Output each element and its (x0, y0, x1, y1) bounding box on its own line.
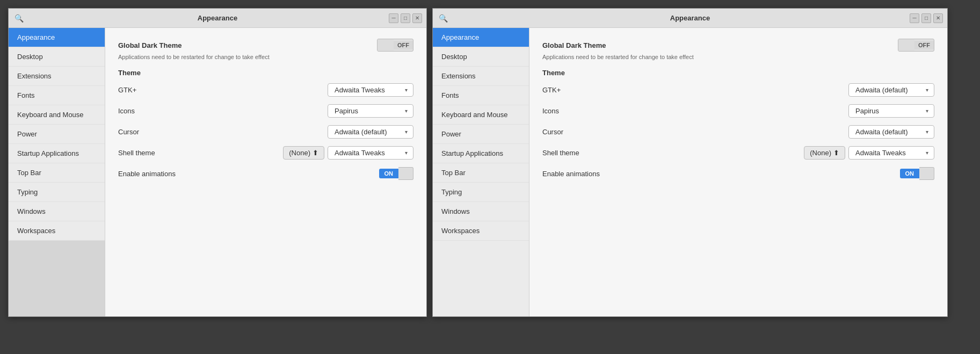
title-bar-right: 🔍 Appearance ─ □ ✕ (433, 9, 947, 28)
window-body-left: Appearance Desktop Extensions Fonts Keyb… (9, 28, 426, 316)
window-left: 🔍 Appearance ─ □ ✕ Appearance Desktop Ex… (8, 8, 427, 317)
window-controls-right: ─ □ ✕ (910, 13, 943, 23)
maximize-button-left[interactable]: □ (401, 13, 410, 23)
enable-animations-label-right: Enable animations (542, 170, 600, 178)
enable-animations-toggle-left[interactable]: ON (379, 167, 414, 180)
shell-none-btn-left[interactable]: (None) ⬆ (283, 146, 324, 160)
gtk-dropdown-right[interactable]: Adwaita (default) ▾ (848, 83, 934, 97)
sidebar-right: Appearance Desktop Extensions Fonts Keyb… (433, 28, 529, 316)
cursor-value-right: Adwaita (default) (855, 128, 908, 136)
sidebar-item-appearance-left[interactable]: Appearance (9, 28, 105, 47)
content-right: Global Dark Theme OFF Applications need … (529, 28, 947, 316)
theme-section-right: Theme (542, 69, 934, 77)
icons-arrow-left: ▾ (405, 108, 408, 114)
gtk-value-left: Adwaita Tweaks (335, 86, 385, 94)
gtk-arrow-right: ▾ (926, 87, 928, 93)
close-button-right[interactable]: ✕ (933, 13, 943, 23)
sidebar-item-typing-left[interactable]: Typing (9, 183, 105, 202)
cursor-label-right: Cursor (542, 128, 563, 136)
window-controls-left: ─ □ ✕ (389, 13, 422, 23)
toggle-on-track-right (919, 167, 934, 180)
icons-value-left: Papirus (335, 107, 358, 115)
global-dark-theme-label-left: Global Dark Theme (118, 41, 182, 49)
gtk-arrow-left: ▾ (405, 87, 408, 93)
gtk-dropdown-left[interactable]: Adwaita Tweaks ▾ (328, 83, 413, 97)
enable-animations-row-right: Enable animations ON (542, 167, 934, 180)
search-icon-right[interactable]: 🔍 (437, 12, 449, 24)
minimize-button-left[interactable]: ─ (389, 13, 398, 23)
toggle-on-label-right: ON (900, 169, 920, 178)
sidebar-item-extensions-right[interactable]: Extensions (433, 67, 529, 86)
sidebar-item-keyboard-left[interactable]: Keyboard and Mouse (9, 105, 105, 125)
shell-value-right: Adwaita Tweaks (855, 149, 906, 157)
gtk-value-right: Adwaita (default) (855, 86, 908, 94)
sidebar-item-appearance-right[interactable]: Appearance (433, 28, 529, 47)
shell-theme-row-left: Shell theme (None) ⬆ Adwaita Tweaks ▾ (118, 146, 413, 160)
sidebar-item-typing-right[interactable]: Typing (433, 183, 529, 202)
shell-value-left: Adwaita Tweaks (335, 149, 385, 157)
global-dark-theme-label-right: Global Dark Theme (542, 41, 606, 49)
shell-dropdown-left[interactable]: Adwaita Tweaks ▾ (328, 146, 413, 160)
gtk-label-left: GTK+ (118, 86, 136, 94)
sidebar-item-fonts-right[interactable]: Fonts (433, 86, 529, 105)
cursor-value-left: Adwaita (default) (335, 128, 387, 136)
cursor-arrow-right: ▾ (926, 129, 928, 135)
close-button-left[interactable]: ✕ (412, 13, 422, 23)
gtk-row-left: GTK+ Adwaita Tweaks ▾ (118, 83, 413, 97)
window-body-right: Appearance Desktop Extensions Fonts Keyb… (433, 28, 947, 316)
sidebar-item-windows-left[interactable]: Windows (9, 202, 105, 221)
toggle-off-label-left: OFF (394, 41, 413, 49)
shell-theme-row-right: Shell theme (None) ⬆ Adwaita Tweaks ▾ (542, 146, 934, 160)
title-bar-left: 🔍 Appearance ─ □ ✕ (9, 9, 426, 28)
sidebar-item-workspaces-right[interactable]: Workspaces (433, 221, 529, 241)
enable-animations-toggle-right[interactable]: ON (900, 167, 935, 180)
shell-theme-label-left: Shell theme (118, 149, 155, 157)
sidebar-item-desktop-right[interactable]: Desktop (433, 47, 529, 67)
shell-arrow-left: ▾ (405, 150, 408, 156)
sidebar-item-topbar-left[interactable]: Top Bar (9, 163, 105, 183)
icons-row-right: Icons Papirus ▾ (542, 104, 934, 118)
window-right: 🔍 Appearance ─ □ ✕ Appearance Desktop Ex… (432, 8, 948, 317)
shell-dropdown-right[interactable]: Adwaita Tweaks ▾ (848, 146, 934, 160)
icons-label-right: Icons (542, 107, 559, 115)
cursor-row-right: Cursor Adwaita (default) ▾ (542, 125, 934, 139)
sidebar-footer-left (9, 241, 105, 316)
sidebar-item-extensions-left[interactable]: Extensions (9, 67, 105, 86)
icons-row-left: Icons Papirus ▾ (118, 104, 413, 118)
maximize-button-right[interactable]: □ (921, 13, 931, 23)
shell-none-btn-right[interactable]: (None) ⬆ (804, 146, 845, 160)
sidebar-item-topbar-right[interactable]: Top Bar (433, 163, 529, 183)
toggle-track-left (378, 39, 394, 51)
sidebar-item-keyboard-right[interactable]: Keyboard and Mouse (433, 105, 529, 125)
shell-theme-label-right: Shell theme (542, 149, 579, 157)
sidebar-left: Appearance Desktop Extensions Fonts Keyb… (9, 28, 105, 316)
minimize-button-right[interactable]: ─ (910, 13, 919, 23)
icons-dropdown-right[interactable]: Papirus ▾ (848, 104, 934, 118)
sidebar-item-desktop-left[interactable]: Desktop (9, 47, 105, 67)
gtk-label-right: GTK+ (542, 86, 561, 94)
sidebar-item-startup-right[interactable]: Startup Applications (433, 144, 529, 163)
global-dark-theme-row-right: Global Dark Theme OFF (542, 39, 934, 52)
sidebar-item-fonts-left[interactable]: Fonts (9, 86, 105, 105)
global-dark-theme-toggle-right[interactable]: OFF (898, 39, 934, 52)
icons-label-left: Icons (118, 107, 135, 115)
title-right: Appearance (670, 14, 710, 22)
sidebar-item-power-right[interactable]: Power (433, 125, 529, 144)
shell-arrow-right: ▾ (926, 150, 928, 156)
cursor-dropdown-right[interactable]: Adwaita (default) ▾ (848, 125, 934, 139)
search-icon-left[interactable]: 🔍 (13, 12, 25, 24)
icons-arrow-right: ▾ (926, 108, 928, 114)
cursor-label-left: Cursor (118, 128, 139, 136)
icons-dropdown-left[interactable]: Papirus ▾ (328, 104, 413, 118)
shell-upload-icon-left: ⬆ (313, 149, 318, 157)
sidebar-item-power-left[interactable]: Power (9, 125, 105, 144)
content-left: Global Dark Theme OFF Applications need … (105, 28, 426, 316)
sidebar-item-windows-right[interactable]: Windows (433, 202, 529, 221)
sidebar-item-startup-left[interactable]: Startup Applications (9, 144, 105, 163)
toggle-on-track-left (398, 167, 413, 180)
global-dark-theme-toggle-left[interactable]: OFF (377, 39, 413, 52)
shell-upload-icon-right: ⬆ (833, 149, 839, 157)
cursor-dropdown-left[interactable]: Adwaita (default) ▾ (328, 125, 413, 139)
enable-animations-label-left: Enable animations (118, 170, 176, 178)
sidebar-item-workspaces-left[interactable]: Workspaces (9, 221, 105, 241)
